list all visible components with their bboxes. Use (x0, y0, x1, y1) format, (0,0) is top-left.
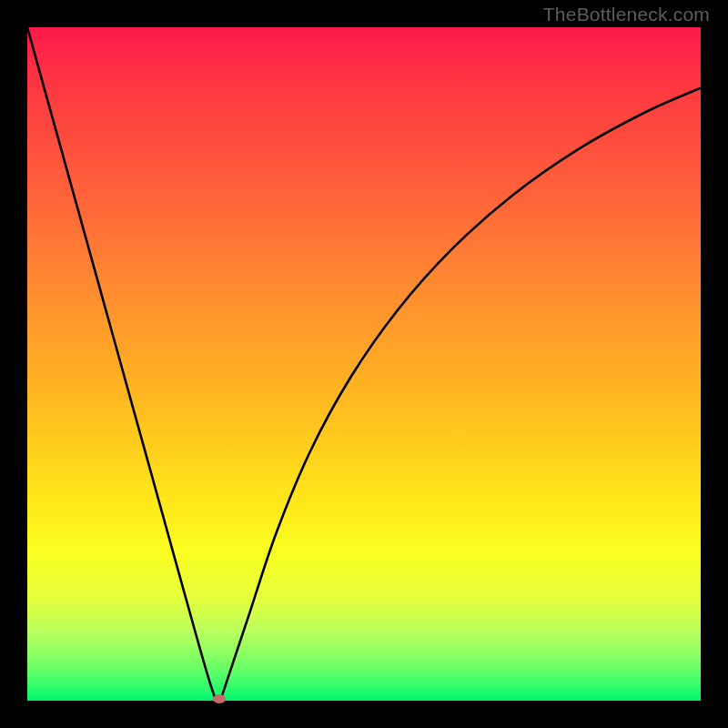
chart-frame: TheBottleneck.com (0, 0, 728, 728)
curve-svg (27, 27, 701, 701)
plot-area (27, 27, 701, 701)
watermark-text: TheBottleneck.com (543, 4, 710, 25)
curve-path (27, 27, 701, 701)
optimum-marker (213, 694, 226, 703)
